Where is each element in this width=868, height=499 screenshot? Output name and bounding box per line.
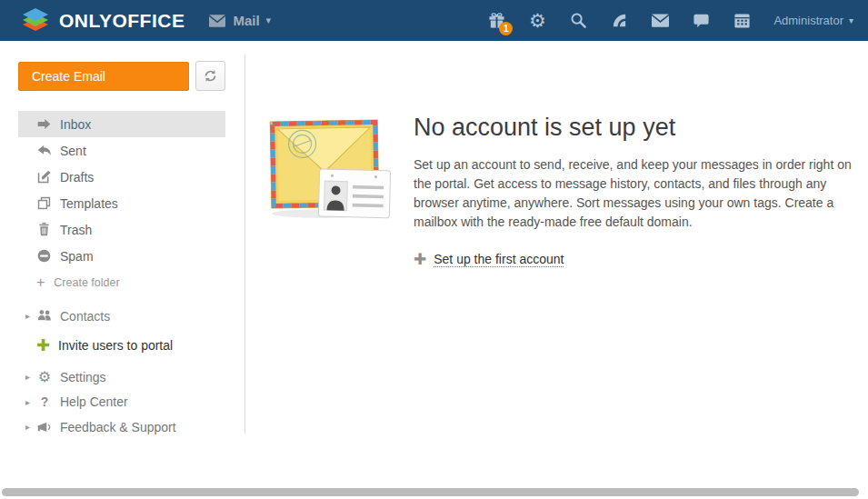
sidebar-item-spam[interactable]: Spam <box>18 243 225 269</box>
megaphone-icon <box>36 419 53 434</box>
sidebar-item-inbox[interactable]: Inbox <box>18 111 225 137</box>
plus-icon: + <box>36 274 45 291</box>
logo-text: ONLYOFFICE <box>59 10 185 32</box>
sidebar-item-trash[interactable]: Trash <box>18 216 225 243</box>
top-navigation-bar: ONLYOFFICE Mail ▾ 1 ⚙ <box>0 0 868 41</box>
horizontal-scrollbar-thumb[interactable] <box>2 488 859 496</box>
folder-label: Templates <box>60 196 118 211</box>
mail-icon[interactable] <box>649 10 671 32</box>
page-title: No account is set up yet <box>414 114 855 142</box>
create-folder-button[interactable]: + Create folder <box>0 269 245 295</box>
sidebar-item-help-center[interactable]: ▸ ? Help Center <box>0 390 245 415</box>
plus-icon: ✚ <box>36 335 50 355</box>
header-actions: 1 ⚙ <box>485 10 753 32</box>
plus-icon: ✚ <box>414 250 426 269</box>
calendar-icon[interactable] <box>731 10 753 32</box>
folder-label: Sent <box>60 144 86 158</box>
reply-icon <box>36 143 52 158</box>
sidebar-item-settings[interactable]: ▸ ⚙ Settings <box>0 364 245 390</box>
expander-icon[interactable]: ▸ <box>25 372 36 382</box>
envelope-illustration <box>266 114 395 225</box>
folder-label: Trash <box>60 223 92 237</box>
gift-badge: 1 <box>499 22 513 35</box>
gear-icon[interactable]: ⚙ <box>526 10 548 32</box>
arrow-right-icon <box>36 116 52 132</box>
expander-icon[interactable]: ▸ <box>25 311 36 321</box>
horizontal-scrollbar-track[interactable] <box>0 485 868 499</box>
gift-icon[interactable]: 1 <box>485 10 507 32</box>
edit-icon <box>36 169 52 185</box>
user-menu[interactable]: Administrator ▾ <box>773 14 853 27</box>
sidebar-item-sent[interactable]: Sent <box>18 137 225 164</box>
sidebar-item-templates[interactable]: Templates <box>18 190 225 216</box>
folder-label: Inbox <box>60 117 91 132</box>
folder-list: Inbox Sent Drafts <box>0 111 245 295</box>
empty-state-description: Set up an account to send, receive, and … <box>414 155 855 232</box>
mail-envelope-icon <box>209 15 225 27</box>
talk-icon[interactable] <box>690 10 712 32</box>
question-icon: ? <box>36 394 53 410</box>
create-folder-label: Create folder <box>54 276 119 289</box>
feed-icon[interactable] <box>608 10 630 32</box>
refresh-icon <box>203 68 218 84</box>
help-center-label: Help Center <box>60 394 128 409</box>
copy-icon <box>36 195 52 211</box>
user-name: Administrator <box>773 14 843 27</box>
folder-label: Drafts <box>60 170 94 185</box>
search-icon[interactable] <box>567 10 589 32</box>
empty-state-panel: No account is set up yet Set up an accou… <box>245 41 868 499</box>
module-label: Mail <box>233 13 259 28</box>
settings-label: Settings <box>60 370 106 384</box>
sidebar-item-contacts[interactable]: ▸ Contacts <box>0 303 245 329</box>
feedback-label: Feedback & Support <box>60 420 176 434</box>
trash-icon <box>36 222 52 237</box>
invite-label: Invite users to portal <box>58 338 173 353</box>
page-content: Create Email Inbox <box>0 41 868 499</box>
module-switcher-mail[interactable]: Mail ▾ <box>209 13 271 28</box>
onlyoffice-logo-icon <box>20 7 51 35</box>
refresh-button[interactable] <box>195 61 225 91</box>
create-email-button[interactable]: Create Email <box>18 62 189 91</box>
chevron-down-icon: ▾ <box>849 15 853 25</box>
mail-sidebar: Create Email Inbox <box>0 41 245 499</box>
expander-icon[interactable]: ▸ <box>25 422 36 432</box>
sidebar-divider <box>244 55 245 434</box>
setup-first-account-link[interactable]: Set up the first account <box>434 252 564 267</box>
contacts-icon <box>36 308 53 324</box>
block-icon <box>36 248 52 264</box>
gear-icon: ⚙ <box>36 369 53 384</box>
folder-label: Spam <box>60 249 94 264</box>
sidebar-footer: ▸ ⚙ Settings ▸ ? Help Center ▸ Feedba <box>0 364 245 440</box>
onlyoffice-logo[interactable]: ONLYOFFICE <box>20 7 185 35</box>
sidebar-item-drafts[interactable]: Drafts <box>18 164 225 190</box>
contacts-label: Contacts <box>60 309 110 324</box>
invite-users-link[interactable]: ✚ Invite users to portal <box>0 332 245 359</box>
sidebar-item-feedback-support[interactable]: ▸ Feedback & Support <box>0 414 245 440</box>
chevron-down-icon: ▾ <box>266 15 272 26</box>
expander-icon[interactable]: ▸ <box>25 397 36 407</box>
